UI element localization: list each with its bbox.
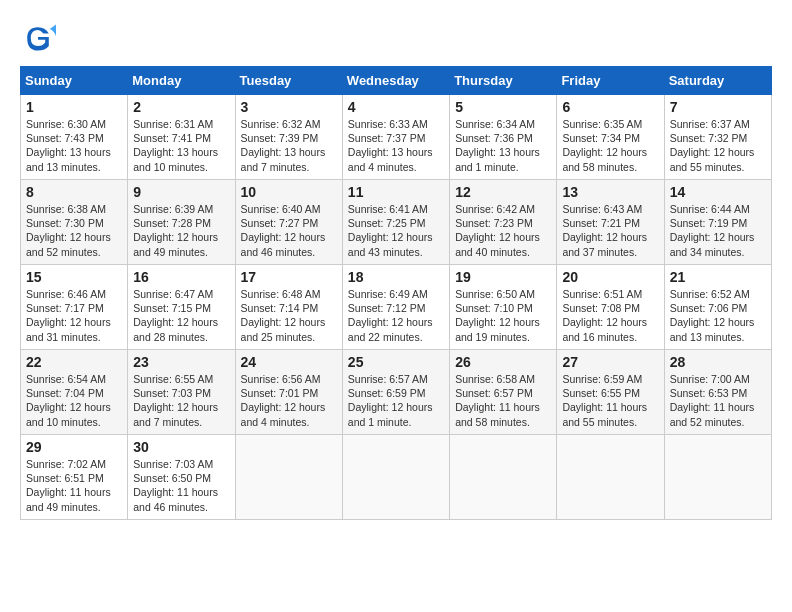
- calendar-cell: 9Sunrise: 6:39 AM Sunset: 7:28 PM Daylig…: [128, 180, 235, 265]
- day-info: Sunrise: 6:34 AM Sunset: 7:36 PM Dayligh…: [455, 117, 551, 174]
- day-info: Sunrise: 6:49 AM Sunset: 7:12 PM Dayligh…: [348, 287, 444, 344]
- day-number: 6: [562, 99, 658, 115]
- day-number: 15: [26, 269, 122, 285]
- calendar-header-row: Sunday Monday Tuesday Wednesday Thursday…: [21, 67, 772, 95]
- col-wednesday: Wednesday: [342, 67, 449, 95]
- day-info: Sunrise: 6:51 AM Sunset: 7:08 PM Dayligh…: [562, 287, 658, 344]
- calendar-cell: 10Sunrise: 6:40 AM Sunset: 7:27 PM Dayli…: [235, 180, 342, 265]
- calendar-cell: 8Sunrise: 6:38 AM Sunset: 7:30 PM Daylig…: [21, 180, 128, 265]
- day-info: Sunrise: 6:58 AM Sunset: 6:57 PM Dayligh…: [455, 372, 551, 429]
- calendar-cell: 22Sunrise: 6:54 AM Sunset: 7:04 PM Dayli…: [21, 350, 128, 435]
- calendar-cell: 6Sunrise: 6:35 AM Sunset: 7:34 PM Daylig…: [557, 95, 664, 180]
- day-info: Sunrise: 6:32 AM Sunset: 7:39 PM Dayligh…: [241, 117, 337, 174]
- day-info: Sunrise: 6:39 AM Sunset: 7:28 PM Dayligh…: [133, 202, 229, 259]
- day-info: Sunrise: 6:54 AM Sunset: 7:04 PM Dayligh…: [26, 372, 122, 429]
- calendar-cell: 19Sunrise: 6:50 AM Sunset: 7:10 PM Dayli…: [450, 265, 557, 350]
- col-thursday: Thursday: [450, 67, 557, 95]
- day-info: Sunrise: 6:50 AM Sunset: 7:10 PM Dayligh…: [455, 287, 551, 344]
- calendar-cell: 21Sunrise: 6:52 AM Sunset: 7:06 PM Dayli…: [664, 265, 771, 350]
- day-number: 4: [348, 99, 444, 115]
- day-number: 22: [26, 354, 122, 370]
- day-info: Sunrise: 6:59 AM Sunset: 6:55 PM Dayligh…: [562, 372, 658, 429]
- day-number: 29: [26, 439, 122, 455]
- day-number: 7: [670, 99, 766, 115]
- day-number: 3: [241, 99, 337, 115]
- day-info: Sunrise: 6:55 AM Sunset: 7:03 PM Dayligh…: [133, 372, 229, 429]
- day-info: Sunrise: 6:43 AM Sunset: 7:21 PM Dayligh…: [562, 202, 658, 259]
- day-info: Sunrise: 7:02 AM Sunset: 6:51 PM Dayligh…: [26, 457, 122, 514]
- day-info: Sunrise: 6:44 AM Sunset: 7:19 PM Dayligh…: [670, 202, 766, 259]
- day-info: Sunrise: 6:33 AM Sunset: 7:37 PM Dayligh…: [348, 117, 444, 174]
- col-tuesday: Tuesday: [235, 67, 342, 95]
- day-number: 5: [455, 99, 551, 115]
- calendar-week-row: 8Sunrise: 6:38 AM Sunset: 7:30 PM Daylig…: [21, 180, 772, 265]
- day-info: Sunrise: 7:03 AM Sunset: 6:50 PM Dayligh…: [133, 457, 229, 514]
- day-info: Sunrise: 6:47 AM Sunset: 7:15 PM Dayligh…: [133, 287, 229, 344]
- calendar-cell: 27Sunrise: 6:59 AM Sunset: 6:55 PM Dayli…: [557, 350, 664, 435]
- calendar-cell: 29Sunrise: 7:02 AM Sunset: 6:51 PM Dayli…: [21, 435, 128, 520]
- calendar-cell: 17Sunrise: 6:48 AM Sunset: 7:14 PM Dayli…: [235, 265, 342, 350]
- calendar-cell: 24Sunrise: 6:56 AM Sunset: 7:01 PM Dayli…: [235, 350, 342, 435]
- day-info: Sunrise: 7:00 AM Sunset: 6:53 PM Dayligh…: [670, 372, 766, 429]
- day-number: 11: [348, 184, 444, 200]
- calendar-cell: [664, 435, 771, 520]
- calendar-cell: 12Sunrise: 6:42 AM Sunset: 7:23 PM Dayli…: [450, 180, 557, 265]
- day-info: Sunrise: 6:48 AM Sunset: 7:14 PM Dayligh…: [241, 287, 337, 344]
- calendar-week-row: 22Sunrise: 6:54 AM Sunset: 7:04 PM Dayli…: [21, 350, 772, 435]
- calendar-week-row: 1Sunrise: 6:30 AM Sunset: 7:43 PM Daylig…: [21, 95, 772, 180]
- day-number: 1: [26, 99, 122, 115]
- logo-icon: [20, 20, 56, 56]
- day-number: 9: [133, 184, 229, 200]
- calendar-cell: 28Sunrise: 7:00 AM Sunset: 6:53 PM Dayli…: [664, 350, 771, 435]
- col-saturday: Saturday: [664, 67, 771, 95]
- day-number: 14: [670, 184, 766, 200]
- day-number: 26: [455, 354, 551, 370]
- day-number: 12: [455, 184, 551, 200]
- day-info: Sunrise: 6:37 AM Sunset: 7:32 PM Dayligh…: [670, 117, 766, 174]
- calendar-cell: 15Sunrise: 6:46 AM Sunset: 7:17 PM Dayli…: [21, 265, 128, 350]
- calendar-cell: 14Sunrise: 6:44 AM Sunset: 7:19 PM Dayli…: [664, 180, 771, 265]
- day-number: 8: [26, 184, 122, 200]
- calendar-cell: 23Sunrise: 6:55 AM Sunset: 7:03 PM Dayli…: [128, 350, 235, 435]
- calendar-cell: [557, 435, 664, 520]
- calendar-cell: 11Sunrise: 6:41 AM Sunset: 7:25 PM Dayli…: [342, 180, 449, 265]
- calendar-cell: 30Sunrise: 7:03 AM Sunset: 6:50 PM Dayli…: [128, 435, 235, 520]
- calendar-cell: 3Sunrise: 6:32 AM Sunset: 7:39 PM Daylig…: [235, 95, 342, 180]
- day-number: 18: [348, 269, 444, 285]
- day-number: 13: [562, 184, 658, 200]
- calendar-cell: [450, 435, 557, 520]
- calendar-cell: 20Sunrise: 6:51 AM Sunset: 7:08 PM Dayli…: [557, 265, 664, 350]
- day-info: Sunrise: 6:57 AM Sunset: 6:59 PM Dayligh…: [348, 372, 444, 429]
- col-sunday: Sunday: [21, 67, 128, 95]
- day-info: Sunrise: 6:40 AM Sunset: 7:27 PM Dayligh…: [241, 202, 337, 259]
- day-info: Sunrise: 6:52 AM Sunset: 7:06 PM Dayligh…: [670, 287, 766, 344]
- calendar-table: Sunday Monday Tuesday Wednesday Thursday…: [20, 66, 772, 520]
- day-info: Sunrise: 6:56 AM Sunset: 7:01 PM Dayligh…: [241, 372, 337, 429]
- header: [20, 20, 772, 56]
- calendar-cell: [342, 435, 449, 520]
- calendar-cell: 26Sunrise: 6:58 AM Sunset: 6:57 PM Dayli…: [450, 350, 557, 435]
- logo: [20, 20, 62, 56]
- day-info: Sunrise: 6:42 AM Sunset: 7:23 PM Dayligh…: [455, 202, 551, 259]
- calendar-cell: 7Sunrise: 6:37 AM Sunset: 7:32 PM Daylig…: [664, 95, 771, 180]
- col-monday: Monday: [128, 67, 235, 95]
- calendar-cell: 2Sunrise: 6:31 AM Sunset: 7:41 PM Daylig…: [128, 95, 235, 180]
- day-info: Sunrise: 6:31 AM Sunset: 7:41 PM Dayligh…: [133, 117, 229, 174]
- calendar-week-row: 29Sunrise: 7:02 AM Sunset: 6:51 PM Dayli…: [21, 435, 772, 520]
- day-number: 2: [133, 99, 229, 115]
- day-number: 17: [241, 269, 337, 285]
- day-info: Sunrise: 6:38 AM Sunset: 7:30 PM Dayligh…: [26, 202, 122, 259]
- day-number: 19: [455, 269, 551, 285]
- calendar-cell: 1Sunrise: 6:30 AM Sunset: 7:43 PM Daylig…: [21, 95, 128, 180]
- calendar-cell: 5Sunrise: 6:34 AM Sunset: 7:36 PM Daylig…: [450, 95, 557, 180]
- day-number: 16: [133, 269, 229, 285]
- day-number: 27: [562, 354, 658, 370]
- calendar-body: 1Sunrise: 6:30 AM Sunset: 7:43 PM Daylig…: [21, 95, 772, 520]
- col-friday: Friday: [557, 67, 664, 95]
- calendar-cell: 4Sunrise: 6:33 AM Sunset: 7:37 PM Daylig…: [342, 95, 449, 180]
- day-info: Sunrise: 6:41 AM Sunset: 7:25 PM Dayligh…: [348, 202, 444, 259]
- day-number: 30: [133, 439, 229, 455]
- day-number: 10: [241, 184, 337, 200]
- day-number: 20: [562, 269, 658, 285]
- calendar-cell: [235, 435, 342, 520]
